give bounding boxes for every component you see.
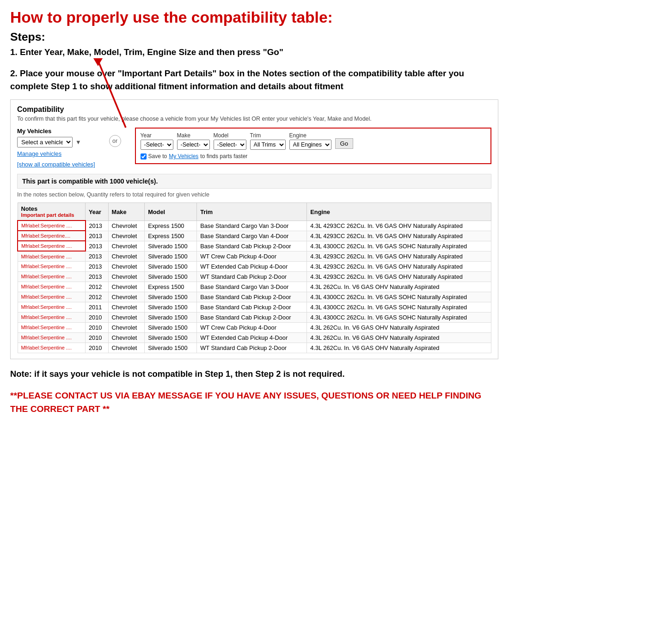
table-row: Mfrlabel:Serpentine ....2010ChevroletSil… [18, 322, 491, 332]
data-cell: 2013 [86, 251, 109, 261]
col-header-year: Year [86, 203, 109, 221]
trim-select[interactable]: All Trims [250, 140, 286, 150]
year-label: Year [141, 132, 173, 139]
data-cell: Chevrolet [108, 261, 145, 271]
model-select[interactable]: -Select- [214, 140, 246, 150]
steps-heading: Steps: [10, 31, 498, 43]
compat-title: Compatibility [17, 105, 491, 114]
data-cell: 2013 [86, 241, 109, 251]
notes-cell: Mfrlabel:Serpentine .... [18, 322, 86, 332]
data-cell: Express 1500 [145, 221, 197, 231]
col-header-make: Make [108, 203, 145, 221]
compat-top-section: My Vehicles Select a vehicle ▼ Manage ve… [17, 128, 491, 168]
data-cell: 2012 [86, 282, 109, 292]
data-cell: Express 1500 [145, 282, 197, 292]
dropdown-arrow-icon: ▼ [75, 139, 81, 146]
col-header-notes: Notes Important part details [18, 203, 86, 221]
notes-cell: Mfrlabel:Serpentine .... [18, 282, 86, 292]
notes-cell: Mfrlabel:Serpentine .... [18, 312, 86, 322]
data-cell: 4.3L 262Cu. In. V6 GAS OHV Naturally Asp… [307, 332, 491, 343]
data-cell: Base Standard Cab Pickup 2-Door [197, 302, 307, 312]
data-cell: Chevrolet [108, 231, 145, 241]
important-part-details-label: Important part details [21, 212, 82, 218]
data-cell: 4.3L 4300CC 262Cu. In. V6 GAS SOHC Natur… [307, 292, 491, 302]
data-cell: WT Crew Cab Pickup 4-Door [197, 322, 307, 332]
compatibility-table: Notes Important part details Year Make M… [17, 202, 491, 353]
data-cell: Silverado 1500 [145, 312, 197, 322]
trim-label: Trim [250, 132, 286, 139]
data-cell: 4.3L 4300CC 262Cu. In. V6 GAS SOHC Natur… [307, 241, 491, 251]
data-cell: 2010 [86, 312, 109, 322]
notes-cell: Mfrlabel:Serpentine .... [18, 261, 86, 271]
trim-field-group: Trim All Trims [250, 132, 286, 150]
go-button[interactable]: Go [335, 138, 354, 149]
my-vehicles-save-link[interactable]: My Vehicles [169, 153, 198, 159]
data-cell: Chevrolet [108, 292, 145, 302]
year-select[interactable]: -Select- [141, 140, 173, 150]
make-select[interactable]: -Select- [177, 140, 210, 150]
notes-cell: Mfrlabel:Serpentine .... [18, 251, 86, 261]
my-vehicles-label: My Vehicles [17, 128, 95, 135]
data-cell: Chevrolet [108, 282, 145, 292]
table-row: Mfrlabel:Serpentine ....2011ChevroletSil… [18, 302, 491, 312]
main-title: How to properly use the compatibility ta… [10, 8, 498, 27]
data-cell: Chevrolet [108, 241, 145, 251]
manage-vehicles-link[interactable]: Manage vehicles [17, 150, 95, 157]
table-row: Mfrlabel:Serpentine ....2010ChevroletSil… [18, 312, 491, 322]
data-cell: 2013 [86, 221, 109, 231]
data-cell: Chevrolet [108, 271, 145, 282]
table-header-row: Notes Important part details Year Make M… [18, 203, 491, 221]
notes-header-label: Notes [21, 205, 82, 212]
make-field-group: Make -Select- [177, 132, 210, 150]
save-vehicles-checkbox[interactable] [141, 153, 147, 159]
data-cell: 4.3L 4293CC 262Cu. In. V6 GAS OHV Natura… [307, 231, 491, 241]
notes-cell: Mfrlabel:Serpentine .... [18, 241, 86, 251]
engine-select[interactable]: All Engines [289, 140, 331, 150]
notes-cell: Mfrlabel:Serpentine .... [18, 292, 86, 302]
data-cell: Chevrolet [108, 302, 145, 312]
quantity-note: In the notes section below, Quantity ref… [17, 191, 491, 198]
or-circle: or [109, 135, 121, 147]
data-cell: WT Crew Cab Pickup 4-Door [197, 251, 307, 261]
table-row: Mfrlabel:Serpentine ....2012ChevroletSil… [18, 292, 491, 302]
data-cell: Silverado 1500 [145, 271, 197, 282]
show-all-link[interactable]: [show all compatible vehicles] [17, 161, 95, 168]
table-row: Mfrlabel:Serpentine ....2013ChevroletSil… [18, 251, 491, 261]
my-vehicles-section: My Vehicles Select a vehicle ▼ Manage ve… [17, 128, 95, 168]
save-vehicles-row: Save to My Vehicles to finds parts faste… [141, 153, 486, 159]
data-cell: Chevrolet [108, 332, 145, 343]
data-cell: 4.3L 4293CC 262Cu. In. V6 GAS OHV Natura… [307, 251, 491, 261]
compat-subtitle: To confirm that this part fits your vehi… [17, 116, 491, 122]
year-make-row: Year -Select- Make -Select- Model -Selec… [141, 132, 486, 150]
data-cell: Base Standard Cargo Van 4-Door [197, 231, 307, 241]
data-cell: WT Standard Cab Pickup 2-Door [197, 343, 307, 353]
data-cell: Silverado 1500 [145, 292, 197, 302]
notes-cell: Mfrlabel:Serpentine .... [18, 302, 86, 312]
model-field-group: Model -Select- [214, 132, 246, 150]
data-cell: Silverado 1500 [145, 302, 197, 312]
data-cell: 2013 [86, 231, 109, 241]
year-make-section: Year -Select- Make -Select- Model -Selec… [135, 128, 491, 164]
model-label: Model [214, 132, 246, 139]
table-row: Mfrlabel:Serpentine ....2013ChevroletExp… [18, 221, 491, 231]
save-text: Save to [148, 153, 167, 159]
compatible-count: This part is compatible with 1000 vehicl… [17, 174, 491, 189]
data-cell: Base Standard Cab Pickup 2-Door [197, 292, 307, 302]
step1-text: 1. Enter Year, Make, Model, Trim, Engine… [10, 46, 498, 58]
select-vehicle-row: Select a vehicle ▼ [17, 137, 95, 147]
data-cell: 2010 [86, 343, 109, 353]
data-cell: Silverado 1500 [145, 241, 197, 251]
data-cell: Silverado 1500 [145, 343, 197, 353]
compatibility-box: Compatibility To confirm that this part … [10, 99, 498, 359]
data-cell: 4.3L 262Cu. In. V6 GAS OHV Naturally Asp… [307, 282, 491, 292]
data-cell: Silverado 1500 [145, 332, 197, 343]
notes-cell: Mfrlabel:Serpentine.... [18, 231, 86, 241]
notes-cell: Mfrlabel:Serpentine .... [18, 332, 86, 343]
data-cell: 2010 [86, 322, 109, 332]
engine-field-group: Engine All Engines [289, 132, 331, 150]
data-cell: 4.3L 4293CC 262Cu. In. V6 GAS OHV Natura… [307, 271, 491, 282]
data-cell: Silverado 1500 [145, 251, 197, 261]
data-cell: Chevrolet [108, 322, 145, 332]
select-vehicle-dropdown[interactable]: Select a vehicle [17, 137, 73, 147]
data-cell: 4.3L 262Cu. In. V6 GAS OHV Naturally Asp… [307, 343, 491, 353]
